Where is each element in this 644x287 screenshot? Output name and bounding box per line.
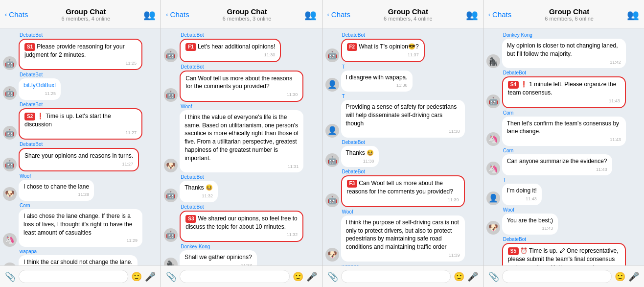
input-bar: 📎 🙂 🎤 xyxy=(322,265,483,287)
chat-panel-2: ‹ChatsGroup Chat6 members, 3 online👥🤖Deb… xyxy=(161,0,322,287)
bubble-wrap: WoofI chose to chane the lane11:28 xyxy=(19,173,94,201)
sender-name: Corn xyxy=(502,148,612,153)
message-row: 🤖DebateBotF1Let's hear additional opinio… xyxy=(164,32,319,62)
message-text: Can Woof tell us more about the reasons … xyxy=(347,180,453,195)
sender-name: Woof xyxy=(180,104,303,109)
message-row: 🤖DebateBotbit.ly/3di8uxl11:25 xyxy=(3,72,158,99)
bubble-wrap: DebateBotS5⏰ Time is up. 🖊 One represent… xyxy=(502,237,626,265)
sender-name: DebateBot xyxy=(502,70,626,75)
attach-icon[interactable]: 📎 xyxy=(166,271,177,282)
message-text: I think the car should not change the la… xyxy=(23,259,133,265)
message-time: 11:28 xyxy=(23,191,89,198)
message-link[interactable]: bit.ly/3di8uxl xyxy=(23,82,56,89)
avatar: 🤖 xyxy=(164,88,178,102)
chat-subtitle: 6 members, 4 online xyxy=(384,16,433,22)
avatar: 🤖 xyxy=(486,95,500,108)
message-text: I also chose the lane change. If there i… xyxy=(23,213,132,236)
messages-area: 🦍Donkey KongMy opinion is closer to not … xyxy=(483,28,644,265)
bubble-wrap: DebateBotShare your opinions and reasons… xyxy=(19,142,139,171)
emoji-icon[interactable]: 🙂 xyxy=(615,271,625,282)
attach-icon[interactable]: 📎 xyxy=(327,271,338,282)
sender-name: DebateBot xyxy=(19,72,61,77)
avatar: 🤖 xyxy=(325,48,339,62)
message-input[interactable] xyxy=(502,270,612,283)
message-row: 🐯wapapaI think the car should not change… xyxy=(3,249,158,265)
message-bubble: I think the value of everyone's life is … xyxy=(180,110,303,172)
message-row: 🦍Donkey KongMy opinion is closer to not … xyxy=(486,32,641,68)
group-icon[interactable]: 👥 xyxy=(143,9,156,21)
chat-header: ‹ChatsGroup Chat6 members, 4 online👥 xyxy=(322,0,483,28)
message-time: 11:27 xyxy=(24,161,133,167)
avatar: 🦍 xyxy=(486,54,500,68)
message-row: 🦄CornI also chose the lane change. If th… xyxy=(3,203,158,247)
emoji-icon[interactable]: 🙂 xyxy=(293,271,303,282)
sender-name: Donkey Kong xyxy=(502,32,626,38)
message-text: Thanks 😆 xyxy=(184,184,213,191)
message-time: 11:42 xyxy=(507,59,621,66)
chevron-left-icon: ‹ xyxy=(488,11,490,18)
message-bubble: I also chose the lane change. If there i… xyxy=(19,209,142,247)
avatar: 🦄 xyxy=(486,132,500,146)
group-icon[interactable]: 👥 xyxy=(304,9,317,21)
back-button[interactable]: ‹Chats xyxy=(5,10,28,19)
emoji-icon[interactable]: 🙂 xyxy=(131,271,142,282)
avatar: 🦍 xyxy=(164,258,178,265)
avatar: 🤖 xyxy=(164,48,178,62)
sender-name: DebateBot xyxy=(19,142,139,147)
group-icon[interactable]: 👥 xyxy=(466,9,478,21)
message-bubble: S5⏰ Time is up. 🖊 One representative, pl… xyxy=(502,243,626,265)
message-row: 🤖DebateBotS5⏰ Time is up. 🖊 One represen… xyxy=(486,237,641,265)
mic-icon[interactable]: 🎤 xyxy=(467,271,478,282)
bubble-wrap: DebateBotS1Please provide reasoning for … xyxy=(19,32,142,70)
sender-name: DebateBot xyxy=(180,32,281,38)
input-bar: 📎 🙂 🎤 xyxy=(0,265,161,287)
attach-icon[interactable]: 📎 xyxy=(5,271,16,282)
avatar: 👤 xyxy=(486,191,500,205)
message-bubble: I think the car should not change the la… xyxy=(19,255,138,265)
message-input[interactable] xyxy=(180,270,289,283)
avatar: 🐶 xyxy=(3,187,17,201)
message-time: 11:39 xyxy=(347,197,459,203)
attach-icon[interactable]: 📎 xyxy=(488,271,499,282)
message-bubble: Can Woof tell us more about the reasons … xyxy=(180,71,303,102)
message-bubble: I disagree with wapapa.11:38 xyxy=(341,71,413,92)
stage-badge: S5 xyxy=(508,247,519,255)
back-button[interactable]: ‹Chats xyxy=(327,10,351,19)
sender-name: wapapa xyxy=(19,249,138,254)
mic-icon[interactable]: 🎤 xyxy=(306,271,317,282)
message-text: Can Woof tell us more about the reasons … xyxy=(185,75,292,90)
avatar: 🤖 xyxy=(3,158,17,171)
back-button[interactable]: ‹Chats xyxy=(166,10,189,19)
messages-area: 🤖DebateBotF1Let's hear additional opinio… xyxy=(161,28,322,265)
message-time: 11:30 xyxy=(185,52,275,58)
sender-name: DebateBot xyxy=(341,140,379,145)
header-center: Group Chat6 members, 4 online xyxy=(384,7,433,22)
message-time: 11:38 xyxy=(346,82,408,89)
chat-subtitle: 6 members, 6 online xyxy=(545,16,594,22)
chat-title: Group Chat xyxy=(545,7,594,16)
message-time: 11:30 xyxy=(185,92,298,98)
emoji-icon[interactable]: 🙂 xyxy=(454,271,464,282)
group-icon[interactable]: 👥 xyxy=(627,9,639,21)
avatar: 🐶 xyxy=(325,248,339,262)
message-bubble: I think the purpose of self-driving cars… xyxy=(341,215,465,262)
mic-icon[interactable]: 🎤 xyxy=(628,271,639,282)
stage-badge: S2 xyxy=(24,113,35,120)
avatar: 🤖 xyxy=(164,189,178,202)
back-button[interactable]: ‹Chats xyxy=(488,10,512,19)
stage-badge: F2 xyxy=(347,43,358,51)
bubble-wrap: WoofYou are the best;)11:43 xyxy=(502,207,558,235)
message-row: 🤖DebateBotCan Woof tell us more about th… xyxy=(164,64,319,102)
chat-panel-1: ‹ChatsGroup Chat6 members, 4 online👥🤖Deb… xyxy=(0,0,161,287)
message-text: I disagree with wapapa. xyxy=(346,74,408,81)
mic-icon[interactable]: 🎤 xyxy=(145,271,156,282)
message-row: 🤖DebateBotS2❗ Time is up. Let's start th… xyxy=(3,102,158,140)
message-row: 🤖DebateBotThanks 😆11:38 xyxy=(325,140,480,167)
message-row: 🤖DebateBotShare your opinions and reason… xyxy=(3,142,158,171)
message-bubble: Share your opinions and reasons in turns… xyxy=(19,148,139,171)
message-text: I think the purpose of self-driving cars… xyxy=(346,219,459,250)
bubble-wrap: DebateBotS2❗ Time is up. Let's start the… xyxy=(19,102,142,140)
message-bubble: Thanks 😆11:32 xyxy=(180,181,218,202)
message-input[interactable] xyxy=(19,270,128,283)
message-input[interactable] xyxy=(341,270,451,283)
